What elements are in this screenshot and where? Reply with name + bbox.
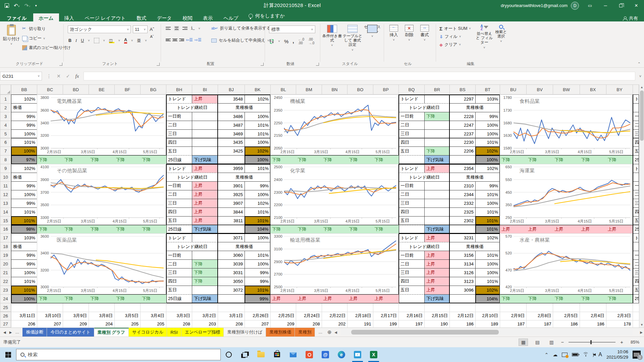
day-price[interactable]: 2325 <box>449 207 476 217</box>
trend-value[interactable]: 上昇 <box>424 233 450 242</box>
day-price[interactable]: 3486 <box>218 112 245 121</box>
bb-cell-row22[interactable]: 101% <box>11 277 37 286</box>
ma25-pct[interactable]: 99% <box>245 294 271 303</box>
band-down-cell[interactable]: 下降 <box>322 155 347 164</box>
row-header-25[interactable]: 25 <box>0 303 11 312</box>
edge-icon[interactable]: e <box>333 347 350 362</box>
formula-bar-expand-icon[interactable]: ˅ <box>637 74 644 78</box>
chart-医薬品業[interactable]: 36003400320030002月15日3月15日4月15日5月15日医薬品業 <box>37 233 166 294</box>
day-price[interactable]: 2237 <box>449 129 476 138</box>
day-price[interactable]: 3844 <box>218 207 245 217</box>
number-cell[interactable]: 197 <box>398 320 424 327</box>
day-pct[interactable]: 101% <box>475 251 500 260</box>
number-cell[interactable]: 208 <box>166 320 192 327</box>
insert-cells-button[interactable]: 挿入 ˅ <box>387 25 401 42</box>
row-header-8[interactable]: 8 <box>0 155 11 164</box>
number-cell[interactable]: 208 <box>218 320 245 327</box>
column-header-BK[interactable]: BK <box>245 84 271 95</box>
day-label[interactable]: 一日前 <box>398 251 425 260</box>
ma25-value[interactable]: 下げ気味 <box>192 225 218 234</box>
day-label[interactable]: 三日 <box>166 129 192 138</box>
trend-top-pct[interactable]: 102% <box>245 95 271 104</box>
day-price[interactable]: 2206 <box>449 146 476 156</box>
day-pct[interactable]: 100% <box>475 259 500 268</box>
column-header-BX[interactable]: BX <box>580 84 606 95</box>
ma25-label[interactable] <box>398 294 425 303</box>
row-header-12[interactable]: 12 <box>0 190 11 199</box>
day-pct[interactable]: 101% <box>245 286 271 295</box>
trend-top-price[interactable]: 3231 <box>449 233 476 242</box>
bb-cell-row7[interactable]: 100% <box>11 146 37 156</box>
formula-input[interactable] <box>84 72 635 80</box>
hscroll-right-icon[interactable]: ▶ <box>639 328 644 337</box>
fill-color-icon[interactable]: ◫ <box>109 38 114 43</box>
day-value[interactable] <box>424 138 450 147</box>
day-pct[interactable]: 101% <box>475 277 500 286</box>
band-down-cell[interactable]: 下降 <box>37 225 63 234</box>
day-price[interactable]: 3469 <box>218 129 245 138</box>
bb-cell-row10[interactable]: 株価 <box>11 173 37 182</box>
number-dialog-launcher-icon[interactable] <box>316 63 319 66</box>
normal-view-icon[interactable]: ▦ <box>519 339 528 346</box>
band-up-cell[interactable]: 上昇 <box>553 225 580 234</box>
number-cell[interactable]: 186 <box>580 320 606 327</box>
day-price[interactable]: 3060 <box>218 251 245 260</box>
date-cell[interactable]: 2月4日 <box>580 312 606 320</box>
day-price[interactable]: 3435 <box>218 138 245 147</box>
bb-cell-row2[interactable]: 株価 <box>11 103 37 112</box>
day-label[interactable]: 四日 <box>166 138 192 147</box>
row-header-2[interactable]: 2 <box>0 103 11 112</box>
day-value[interactable]: 上昇 <box>424 268 450 277</box>
day-value[interactable] <box>424 207 450 217</box>
day-pct[interactable]: 100% <box>475 268 500 277</box>
day-pct[interactable]: 99% <box>475 112 500 121</box>
day-pct[interactable]: 99% <box>245 268 271 277</box>
bb-cell-row9[interactable]: 102% <box>11 164 37 173</box>
cut-button[interactable]: 切り取り <box>22 26 46 32</box>
day-price[interactable]: 3425 <box>218 146 245 156</box>
day-label[interactable]: 四日 <box>398 277 425 286</box>
column-header-BI[interactable]: BI <box>192 84 218 95</box>
ma25-label[interactable]: 25日線 <box>166 294 192 303</box>
bb-cell-row11[interactable]: 99% <box>11 181 37 190</box>
number-cell[interactable]: 203 <box>192 320 218 327</box>
ma25-pct[interactable]: 104% <box>245 225 271 234</box>
day-price[interactable]: 3901 <box>218 181 245 190</box>
ma25-pct[interactable]: 100% <box>475 155 500 164</box>
trend-top-pct[interactable]: 100% <box>245 233 271 242</box>
bb-cell-row17[interactable]: 103% <box>11 233 37 242</box>
date-cell[interactable]: 3月10日 <box>37 312 63 320</box>
day-label[interactable]: 五日 <box>398 286 425 295</box>
cortana-icon[interactable] <box>221 347 237 362</box>
band-down-cell[interactable]: 下降 <box>373 155 399 164</box>
customize-qat-icon[interactable]: ▾ <box>35 4 37 7</box>
day-value[interactable] <box>192 129 218 138</box>
date-cell[interactable]: 3月4日 <box>140 312 166 320</box>
italic-button[interactable]: I <box>75 38 77 43</box>
font-color-icon[interactable]: A <box>124 38 127 44</box>
bb-cell-row19[interactable]: 99% <box>11 251 37 260</box>
restore-button[interactable] <box>613 0 629 11</box>
day-value[interactable] <box>192 286 218 295</box>
band-down-cell[interactable]: 下降 <box>606 294 633 303</box>
new-sheet-button[interactable]: ⊕ <box>326 328 333 337</box>
column-header-BN[interactable]: BN <box>322 84 347 95</box>
date-cell[interactable]: 3月3日 <box>166 312 192 320</box>
day-pct[interactable]: 101% <box>245 251 271 260</box>
band-down-cell[interactable]: 下降 <box>114 155 141 164</box>
trend-label[interactable]: トレンド <box>398 233 425 242</box>
ma25-value[interactable]: 下げ気味 <box>424 155 450 164</box>
sheet-tab-8[interactable]: 業種別 <box>295 328 315 337</box>
day-value[interactable] <box>192 138 218 147</box>
number-cell[interactable]: 191 <box>347 320 373 327</box>
day-value[interactable] <box>192 121 218 130</box>
day-pct[interactable]: 102% <box>245 199 271 208</box>
excel-icon[interactable]: X <box>366 347 382 362</box>
column-header-BD[interactable]: BD <box>63 84 89 95</box>
day-value[interactable]: 上昇 <box>192 199 218 208</box>
ma25-label[interactable] <box>398 225 425 234</box>
day-value[interactable]: 上昇 <box>192 207 218 217</box>
ma25-pct[interactable]: 104% <box>475 294 500 303</box>
row-header-6[interactable]: 6 <box>0 138 11 147</box>
ma25-label[interactable]: 25日線 <box>166 225 192 234</box>
